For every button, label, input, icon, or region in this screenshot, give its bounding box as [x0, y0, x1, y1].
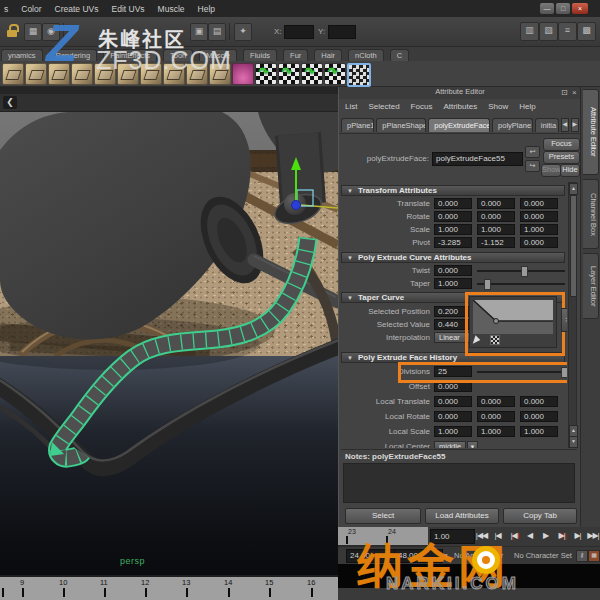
channel-box-toggle-icon[interactable]: ≡ — [558, 22, 577, 41]
attribute-editor-toggle-icon[interactable]: ▥ — [520, 22, 539, 41]
viewport-canvas[interactable]: persp — [0, 112, 338, 575]
range-slider-track[interactable] — [338, 564, 600, 588]
hide-button[interactable]: Hide — [560, 164, 580, 177]
character-set-label[interactable]: No Character Set — [514, 551, 572, 560]
shelf-tab-fluids[interactable]: Fluids — [243, 49, 277, 61]
range-dropdown-arrow-icon[interactable]: ▾ — [444, 551, 448, 560]
ae-scrollbar[interactable]: ▲ ▲ ▼ — [568, 182, 577, 448]
detach-panel-icon[interactable]: ⊡ — [561, 88, 568, 97]
layer-editor-toggle-icon[interactable]: ▩ — [577, 22, 596, 41]
rotate-z-field[interactable]: 0.000 — [520, 211, 558, 222]
select-button[interactable]: Select — [345, 508, 421, 524]
tab-initialshadinggroup[interactable]: initia — [535, 118, 559, 132]
shelf-mesh-icon[interactable] — [140, 63, 162, 85]
interpolation-dropdown[interactable]: Linear — [434, 332, 466, 343]
focus-button[interactable]: Focus — [543, 138, 580, 151]
shelf-mesh-icon[interactable] — [186, 63, 208, 85]
shelf-toon-assign-icon[interactable] — [324, 63, 346, 85]
taper-slider[interactable] — [477, 283, 565, 285]
play-backwards-icon[interactable]: ◀ — [522, 529, 537, 543]
scroll-up-icon[interactable]: ▲ — [569, 183, 578, 195]
shelf-tab-fur[interactable]: Fur — [283, 49, 308, 61]
local-translate-x-field[interactable]: 0.000 — [434, 396, 472, 407]
perspective-viewport[interactable]: ❮ — [0, 87, 338, 575]
shelf-mesh-icon[interactable] — [163, 63, 185, 85]
current-frame-field[interactable]: 1.00 — [430, 529, 475, 544]
shelf-tab-hair[interactable]: Hair — [314, 49, 342, 61]
minimize-button[interactable]: — — [540, 3, 554, 14]
tab-scroll-right-icon[interactable]: ▶ — [571, 118, 579, 132]
local-center-dropdown[interactable]: middle — [434, 441, 466, 448]
shelf-tab-toon[interactable]: Toon — [163, 49, 193, 61]
shelf-tab-rendering[interactable]: Rendering — [49, 49, 98, 61]
local-center-dropdown-arrow-icon[interactable]: ▼ — [467, 441, 478, 448]
menu-color[interactable]: Color — [21, 4, 41, 14]
shelf-mesh-icon[interactable] — [71, 63, 93, 85]
graph-expand-button[interactable]: > — [561, 308, 567, 332]
playback-start-field[interactable]: 24.00 — [346, 549, 395, 563]
shelf-tab-muscle[interactable]: Muscle — [199, 49, 237, 61]
menu-muscle[interactable]: Muscle — [158, 4, 185, 14]
dock-tab-layer-editor[interactable]: Layer Editor — [583, 253, 599, 319]
twist-slider[interactable] — [477, 270, 565, 272]
time-slider-right[interactable]: 23 24 1.00 |◀◀ |◀ |◀ ◀ ▶ ▶| ▶| ▶▶| — [338, 527, 600, 546]
scale-y-field[interactable]: 1.000 — [477, 224, 515, 235]
local-rotate-x-field[interactable]: 0.000 — [434, 411, 472, 422]
snap-curve-icon[interactable]: ◉ — [42, 23, 60, 41]
translate-x-field[interactable]: 0.000 — [434, 198, 472, 209]
tab-polyplane1[interactable]: polyPlane1 — [492, 118, 533, 132]
construction-history-icon[interactable]: ▣ — [190, 23, 208, 41]
shelf-mesh-icon[interactable] — [209, 63, 231, 85]
scroll-down-icon[interactable]: ▼ — [569, 436, 578, 448]
pivot-z-field[interactable]: 0.000 — [520, 237, 558, 248]
model-arm-socket[interactable] — [258, 112, 338, 229]
shelf-toon-modifier-icon[interactable] — [347, 63, 371, 87]
local-translate-y-field[interactable]: 0.000 — [477, 396, 515, 407]
shelf-mesh-icon[interactable] — [117, 63, 139, 85]
tool-settings-toggle-icon[interactable]: ▧ — [539, 22, 558, 41]
anim-layer-label[interactable]: No Anim Layer — [454, 551, 503, 560]
shelf-mesh-icon[interactable] — [94, 63, 116, 85]
twist-field[interactable]: 0.000 — [434, 265, 472, 276]
step-forward-frame-icon[interactable]: ▶| — [570, 529, 585, 543]
auto-key-icon[interactable]: ⚷ — [576, 550, 588, 562]
shelf-toon-fill-icon[interactable] — [278, 63, 300, 85]
local-translate-z-field[interactable]: 0.000 — [520, 396, 558, 407]
shelf-tab-dynamics[interactable]: ynamics — [1, 49, 43, 61]
close-panel-icon[interactable]: × — [572, 88, 577, 97]
ae-menu-list[interactable]: List — [345, 102, 357, 111]
translate-y-field[interactable]: 0.000 — [477, 198, 515, 209]
show-button[interactable]: Show — [541, 164, 561, 177]
node-name-field[interactable]: polyExtrudeFace55 — [432, 152, 523, 166]
play-forwards-icon[interactable]: ▶ — [538, 529, 553, 543]
close-button[interactable]: × — [572, 3, 588, 14]
tab-pplane1[interactable]: pPlane1 — [341, 118, 374, 132]
load-attributes-button[interactable]: Load Attributes — [425, 508, 499, 524]
local-rotate-z-field[interactable]: 0.000 — [520, 411, 558, 422]
anim-prefs-icon[interactable]: ▦ — [588, 550, 600, 562]
dock-tab-channel-box[interactable]: Channel Box — [583, 179, 599, 249]
notes-textarea[interactable] — [343, 463, 575, 503]
scale-z-field[interactable]: 1.000 — [520, 224, 558, 235]
local-rotate-y-field[interactable]: 0.000 — [477, 411, 515, 422]
ae-menu-show[interactable]: Show — [488, 102, 508, 111]
playback-end-field[interactable]: 48.00 — [394, 549, 443, 563]
y-coord-field[interactable] — [328, 25, 356, 39]
shelf-toon-outline-icon[interactable] — [255, 63, 277, 85]
ae-menu-selected[interactable]: Selected — [368, 102, 399, 111]
pivot-x-field[interactable]: -3.285 — [434, 237, 472, 248]
presets-button[interactable]: Presets — [543, 151, 580, 164]
local-scale-y-field[interactable]: 1.000 — [477, 426, 515, 437]
go-to-end-icon[interactable]: ▶▶| — [586, 529, 600, 543]
taper-field[interactable]: 1.000 — [434, 278, 472, 289]
shelf-mesh-icon[interactable] — [2, 63, 24, 85]
tab-polyextrudeface55[interactable]: polyExtrudeFace55 — [428, 118, 490, 132]
rotate-y-field[interactable]: 0.000 — [477, 211, 515, 222]
step-back-key-icon[interactable]: |◀ — [506, 529, 521, 543]
shelf-tab-custom[interactable]: C — [390, 49, 409, 61]
lock-icon[interactable] — [7, 24, 19, 38]
shelf-tab-painteffects[interactable]: PaintEffects — [103, 49, 157, 61]
tab-pplaneshape1[interactable]: pPlaneShape1 — [376, 118, 426, 132]
time-slider-left[interactable]: 9 10 11 12 13 14 15 16 — [0, 575, 338, 600]
time-ruler-fragment[interactable]: 23 24 — [338, 527, 428, 546]
